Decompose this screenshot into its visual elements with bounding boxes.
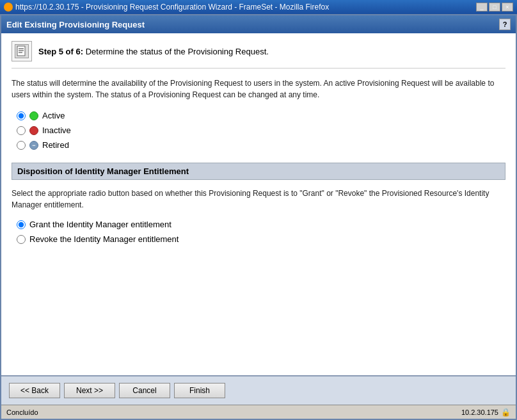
step-description: Determine the status of the Provisioning…	[86, 47, 269, 56]
revoke-label: Revoke the Identity Manager entitlement	[29, 234, 179, 244]
button-bar: << Back Next >> Cancel Finish	[1, 375, 516, 405]
revoke-radio[interactable]	[17, 235, 26, 244]
maximize-button[interactable]: □	[489, 3, 500, 12]
title-bar-text: https://10.2.30.175 - Provisioning Reque…	[4, 3, 329, 12]
status-bar: Concluído 10.2.30.175 🔒	[1, 405, 516, 419]
disposition-description: Select the appropriate radio button base…	[12, 188, 505, 211]
active-dot	[29, 111, 38, 120]
title-bar: https://10.2.30.175 - Provisioning Reque…	[0, 0, 517, 14]
status-description: The status will determine the availabili…	[12, 77, 505, 101]
lock-icon: 🔒	[501, 408, 511, 417]
help-button[interactable]: ?	[499, 19, 511, 30]
main-window: Edit Existing Provisioning Request ? Ste…	[0, 14, 517, 420]
minimize-button[interactable]: _	[476, 3, 488, 12]
finish-button[interactable]: Finish	[174, 383, 225, 398]
status-right: 10.2.30.175 🔒	[461, 408, 511, 417]
step-title: Step 5 of 6: Determine the status of the…	[38, 47, 269, 56]
status-retired-radio[interactable]	[17, 141, 26, 150]
firefox-icon	[4, 3, 13, 12]
status-inactive-label: Inactive	[42, 125, 71, 135]
step-icon-inner	[15, 44, 29, 58]
retired-dot: −	[29, 141, 38, 150]
close-button[interactable]: ×	[502, 3, 513, 12]
document-icon	[16, 45, 28, 57]
title-bar-label: https://10.2.30.175 - Provisioning Reque…	[15, 3, 329, 12]
revoke-option: Revoke the Identity Manager entitlement	[17, 234, 505, 244]
status-retired-label: Retired	[42, 140, 69, 150]
content-area: Step 5 of 6: Determine the status of the…	[1, 33, 516, 375]
status-left: Concluído	[6, 408, 38, 416]
status-ip: 10.2.30.175	[461, 408, 498, 416]
header-bar: Edit Existing Provisioning Request ?	[1, 15, 516, 33]
status-active-option: Active	[17, 111, 505, 120]
header-title: Edit Existing Provisioning Request	[6, 20, 145, 29]
step-number: Step 5 of 6:	[38, 47, 83, 56]
grant-radio[interactable]	[17, 220, 26, 229]
status-inactive-radio[interactable]	[17, 126, 26, 135]
status-inactive-option: Inactive	[17, 125, 505, 135]
disposition-section-header: Disposition of Identity Manager Entitlem…	[12, 163, 505, 180]
back-button[interactable]: << Back	[9, 383, 60, 398]
status-active-radio[interactable]	[17, 111, 26, 120]
cancel-button[interactable]: Cancel	[119, 383, 170, 398]
entitlement-options: Grant the Identity Manager entitlement R…	[12, 220, 505, 244]
grant-label: Grant the Identity Manager entitlement	[29, 220, 171, 229]
step-header: Step 5 of 6: Determine the status of the…	[12, 41, 505, 69]
grant-option: Grant the Identity Manager entitlement	[17, 220, 505, 229]
title-bar-buttons[interactable]: _ □ ×	[476, 3, 513, 12]
step-icon	[12, 41, 32, 61]
inactive-dot	[29, 126, 38, 135]
status-retired-option: − Retired	[17, 140, 505, 150]
status-options: Active Inactive − Retired	[12, 111, 505, 150]
status-active-label: Active	[42, 111, 65, 120]
next-button[interactable]: Next >>	[64, 383, 115, 398]
